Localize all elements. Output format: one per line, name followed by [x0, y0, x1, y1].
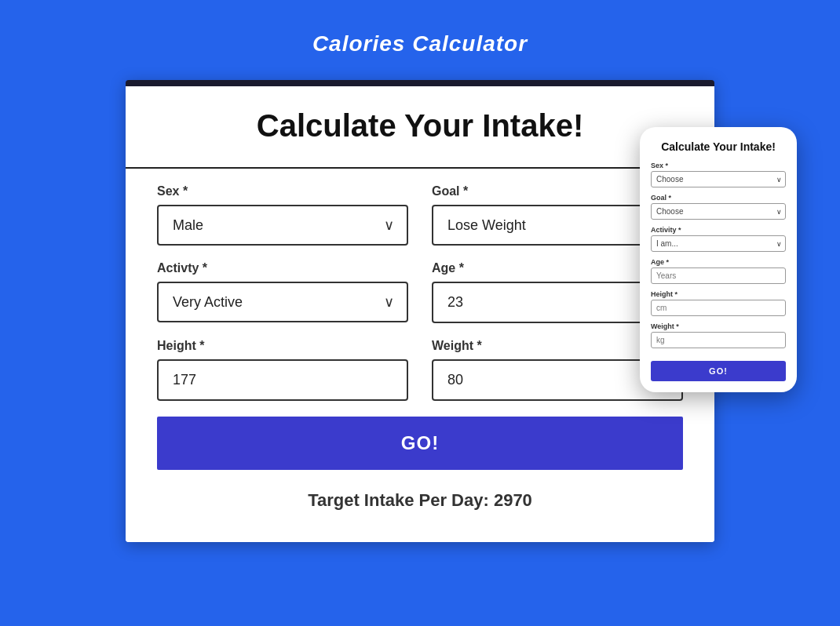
- mobile-weight-group: Weight *: [651, 322, 786, 348]
- page-title: Calories Calculator: [312, 31, 528, 56]
- desktop-card-title: Calculate Your Intake!: [157, 108, 683, 144]
- mobile-goal-group: Goal * Choose Lose Weight Maintain Weigh…: [651, 194, 786, 220]
- form-row-height-weight: Height * Weight *: [157, 339, 683, 401]
- desktop-card: Calculate Your Intake! Sex * Male Female…: [126, 80, 714, 542]
- desktop-card-header: Calculate Your Intake!: [126, 86, 714, 169]
- mobile-go-button[interactable]: GO!: [651, 361, 786, 381]
- mobile-sex-select[interactable]: Choose Male Female: [651, 171, 786, 187]
- mobile-weight-label: Weight *: [651, 322, 786, 330]
- activity-group: Activty * Sedentary Lightly Active Moder…: [157, 261, 408, 323]
- mobile-goal-select[interactable]: Choose Lose Weight Maintain Weight Gain …: [651, 203, 786, 220]
- form-row-activity-age: Activty * Sedentary Lightly Active Moder…: [157, 261, 683, 323]
- activity-select[interactable]: Sedentary Lightly Active Moderately Acti…: [157, 282, 408, 322]
- height-group: Height *: [157, 339, 408, 401]
- desktop-card-body: Sex * Male Female Goal * Lose Weight Mai…: [126, 169, 714, 542]
- mobile-height-group: Height *: [651, 290, 786, 316]
- height-input[interactable]: [157, 359, 408, 401]
- mobile-height-input[interactable]: [651, 300, 786, 316]
- mobile-activity-select-wrapper: I am... Sedentary Lightly Active Moderat…: [651, 235, 786, 252]
- mobile-age-input[interactable]: [651, 268, 786, 284]
- mobile-sex-select-wrapper: Choose Male Female: [651, 171, 786, 187]
- mobile-weight-input[interactable]: [651, 332, 786, 348]
- activity-label: Activty *: [157, 261, 408, 275]
- mobile-card-title: Calculate Your Intake!: [651, 140, 786, 154]
- mobile-goal-label: Goal *: [651, 194, 786, 202]
- activity-select-wrapper: Sedentary Lightly Active Moderately Acti…: [157, 282, 408, 322]
- mobile-activity-select[interactable]: I am... Sedentary Lightly Active Moderat…: [651, 235, 786, 252]
- height-label: Height *: [157, 339, 408, 353]
- target-intake: Target Intake Per Day: 2970: [157, 482, 683, 519]
- mobile-sex-label: Sex *: [651, 162, 786, 169]
- sex-select[interactable]: Male Female: [157, 205, 408, 246]
- sex-group: Sex * Male Female: [157, 184, 408, 246]
- mobile-goal-select-wrapper: Choose Lose Weight Maintain Weight Gain …: [651, 203, 786, 220]
- mobile-age-group: Age *: [651, 258, 786, 284]
- sex-label: Sex *: [157, 184, 408, 198]
- sex-select-wrapper: Male Female: [157, 205, 408, 246]
- mobile-activity-label: Activity *: [651, 226, 786, 234]
- go-button[interactable]: GO!: [157, 417, 683, 470]
- mobile-age-label: Age *: [651, 258, 786, 266]
- main-container: Calculate Your Intake! Sex * Male Female…: [67, 80, 773, 542]
- mobile-sex-group: Sex * Choose Male Female: [651, 162, 786, 187]
- mobile-activity-group: Activity * I am... Sedentary Lightly Act…: [651, 226, 786, 252]
- mobile-card: Calculate Your Intake! Sex * Choose Male…: [640, 127, 797, 392]
- mobile-height-label: Height *: [651, 290, 786, 298]
- form-row-sex-goal: Sex * Male Female Goal * Lose Weight Mai…: [157, 184, 683, 246]
